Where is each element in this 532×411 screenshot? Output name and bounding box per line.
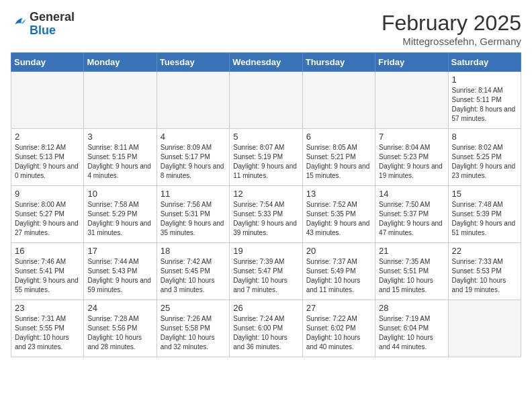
day-info: Sunrise: 8:05 AM Sunset: 5:21 PM Dayligh… [306,143,371,181]
day-info: Sunrise: 8:11 AM Sunset: 5:15 PM Dayligh… [87,143,152,181]
calendar-cell: 12Sunrise: 7:54 AM Sunset: 5:33 PM Dayli… [230,186,302,243]
calendar-cell: 13Sunrise: 7:52 AM Sunset: 5:35 PM Dayli… [302,186,375,243]
day-info: Sunrise: 7:42 AM Sunset: 5:45 PM Dayligh… [161,257,226,295]
day-number: 10 [87,189,152,199]
day-number: 7 [379,132,444,142]
calendar-cell [157,72,229,129]
weekday-header-monday: Monday [84,53,157,72]
calendar-cell [230,72,302,129]
day-info: Sunrise: 7:58 AM Sunset: 5:29 PM Dayligh… [87,200,152,238]
day-number: 28 [379,303,444,313]
day-number: 18 [161,246,226,256]
day-number: 13 [306,189,371,199]
calendar-cell [11,72,84,129]
day-info: Sunrise: 8:02 AM Sunset: 5:25 PM Dayligh… [452,143,517,181]
weekday-header-saturday: Saturday [448,53,521,72]
day-info: Sunrise: 8:14 AM Sunset: 5:11 PM Dayligh… [452,86,517,124]
calendar-cell: 14Sunrise: 7:50 AM Sunset: 5:37 PM Dayli… [375,186,448,243]
calendar-cell: 28Sunrise: 7:19 AM Sunset: 6:04 PM Dayli… [375,300,448,357]
logo-icon [11,15,27,34]
week-row-4: 16Sunrise: 7:46 AM Sunset: 5:41 PM Dayli… [11,243,521,300]
day-number: 19 [233,246,298,256]
location-subtitle: Mittegrossefehn, Germany [382,36,521,47]
day-number: 12 [233,189,298,199]
calendar-cell: 1Sunrise: 8:14 AM Sunset: 5:11 PM Daylig… [448,72,521,129]
day-info: Sunrise: 7:52 AM Sunset: 5:35 PM Dayligh… [306,200,371,238]
day-number: 15 [452,189,517,199]
day-info: Sunrise: 7:44 AM Sunset: 5:43 PM Dayligh… [87,257,152,295]
day-info: Sunrise: 8:09 AM Sunset: 5:17 PM Dayligh… [161,143,226,181]
day-info: Sunrise: 7:56 AM Sunset: 5:31 PM Dayligh… [161,200,226,238]
day-number: 24 [87,303,152,313]
day-info: Sunrise: 7:39 AM Sunset: 5:47 PM Dayligh… [233,257,298,295]
calendar-cell: 9Sunrise: 8:00 AM Sunset: 5:27 PM Daylig… [11,186,84,243]
calendar-cell: 19Sunrise: 7:39 AM Sunset: 5:47 PM Dayli… [230,243,302,300]
calendar-cell: 4Sunrise: 8:09 AM Sunset: 5:17 PM Daylig… [157,129,229,186]
calendar-cell [84,72,157,129]
month-year-title: February 2025 [382,11,521,36]
weekday-header-friday: Friday [375,53,448,72]
day-number: 11 [161,189,226,199]
day-info: Sunrise: 7:46 AM Sunset: 5:41 PM Dayligh… [15,257,80,295]
calendar-cell: 11Sunrise: 7:56 AM Sunset: 5:31 PM Dayli… [157,186,229,243]
day-number: 21 [379,246,444,256]
day-info: Sunrise: 8:00 AM Sunset: 5:27 PM Dayligh… [15,200,80,238]
day-info: Sunrise: 8:04 AM Sunset: 5:23 PM Dayligh… [379,143,444,181]
calendar-cell: 15Sunrise: 7:48 AM Sunset: 5:39 PM Dayli… [448,186,521,243]
title-block: February 2025 Mittegrossefehn, Germany [382,11,521,47]
day-info: Sunrise: 7:54 AM Sunset: 5:33 PM Dayligh… [233,200,298,238]
day-number: 5 [233,132,298,142]
weekday-header-thursday: Thursday [302,53,375,72]
calendar-cell: 21Sunrise: 7:35 AM Sunset: 5:51 PM Dayli… [375,243,448,300]
calendar-cell: 3Sunrise: 8:11 AM Sunset: 5:15 PM Daylig… [84,129,157,186]
day-info: Sunrise: 7:50 AM Sunset: 5:37 PM Dayligh… [379,200,444,238]
calendar-cell: 7Sunrise: 8:04 AM Sunset: 5:23 PM Daylig… [375,129,448,186]
calendar-cell: 24Sunrise: 7:28 AM Sunset: 5:56 PM Dayli… [84,300,157,357]
calendar-cell: 17Sunrise: 7:44 AM Sunset: 5:43 PM Dayli… [84,243,157,300]
day-info: Sunrise: 8:12 AM Sunset: 5:13 PM Dayligh… [15,143,80,181]
week-row-5: 23Sunrise: 7:31 AM Sunset: 5:55 PM Dayli… [11,300,521,357]
day-info: Sunrise: 8:07 AM Sunset: 5:19 PM Dayligh… [233,143,298,181]
calendar-cell: 23Sunrise: 7:31 AM Sunset: 5:55 PM Dayli… [11,300,84,357]
calendar-cell: 27Sunrise: 7:22 AM Sunset: 6:02 PM Dayli… [302,300,375,357]
calendar-cell: 26Sunrise: 7:24 AM Sunset: 6:00 PM Dayli… [230,300,302,357]
day-info: Sunrise: 7:28 AM Sunset: 5:56 PM Dayligh… [87,314,152,352]
week-row-3: 9Sunrise: 8:00 AM Sunset: 5:27 PM Daylig… [11,186,521,243]
day-number: 6 [306,132,371,142]
day-info: Sunrise: 7:19 AM Sunset: 6:04 PM Dayligh… [379,314,444,352]
day-info: Sunrise: 7:33 AM Sunset: 5:53 PM Dayligh… [452,257,517,295]
day-info: Sunrise: 7:24 AM Sunset: 6:00 PM Dayligh… [233,314,298,352]
day-info: Sunrise: 7:26 AM Sunset: 5:58 PM Dayligh… [161,314,226,352]
day-number: 8 [452,132,517,142]
weekday-header-row: SundayMondayTuesdayWednesdayThursdayFrid… [11,53,521,72]
calendar-cell: 2Sunrise: 8:12 AM Sunset: 5:13 PM Daylig… [11,129,84,186]
calendar-cell: 25Sunrise: 7:26 AM Sunset: 5:58 PM Dayli… [157,300,229,357]
calendar-cell: 16Sunrise: 7:46 AM Sunset: 5:41 PM Dayli… [11,243,84,300]
day-number: 9 [15,189,80,199]
day-number: 23 [15,303,80,313]
day-number: 3 [87,132,152,142]
page-header: General Blue February 2025 Mittegrossefe… [11,11,521,47]
calendar-cell: 5Sunrise: 8:07 AM Sunset: 5:19 PM Daylig… [230,129,302,186]
week-row-2: 2Sunrise: 8:12 AM Sunset: 5:13 PM Daylig… [11,129,521,186]
day-number: 20 [306,246,371,256]
calendar-cell: 10Sunrise: 7:58 AM Sunset: 5:29 PM Dayli… [84,186,157,243]
day-info: Sunrise: 7:37 AM Sunset: 5:49 PM Dayligh… [306,257,371,295]
calendar-table: SundayMondayTuesdayWednesdayThursdayFrid… [11,52,521,357]
day-info: Sunrise: 7:48 AM Sunset: 5:39 PM Dayligh… [452,200,517,238]
day-number: 14 [379,189,444,199]
calendar-cell: 22Sunrise: 7:33 AM Sunset: 5:53 PM Dayli… [448,243,521,300]
day-number: 25 [161,303,226,313]
calendar-cell: 20Sunrise: 7:37 AM Sunset: 5:49 PM Dayli… [302,243,375,300]
day-number: 17 [87,246,152,256]
weekday-header-tuesday: Tuesday [157,53,229,72]
day-number: 1 [452,75,517,85]
calendar-cell: 8Sunrise: 8:02 AM Sunset: 5:25 PM Daylig… [448,129,521,186]
logo: General Blue [11,11,75,38]
day-number: 16 [15,246,80,256]
day-number: 2 [15,132,80,142]
calendar-cell [375,72,448,129]
day-number: 22 [452,246,517,256]
weekday-header-sunday: Sunday [11,53,84,72]
week-row-1: 1Sunrise: 8:14 AM Sunset: 5:11 PM Daylig… [11,72,521,129]
